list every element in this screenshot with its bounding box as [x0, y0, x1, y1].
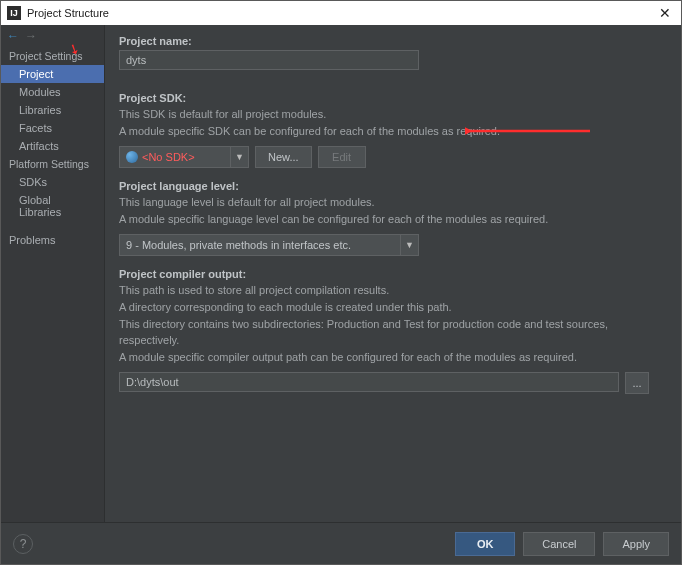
- project-sdk-label: Project SDK:: [119, 92, 667, 104]
- sdk-edit-button[interactable]: Edit: [318, 146, 366, 168]
- output-desc1: This path is used to store all project c…: [119, 283, 667, 298]
- project-structure-dialog: IJ Project Structure ✕ ← → Project Setti…: [0, 0, 682, 565]
- sdk-desc2: A module specific SDK can be configured …: [119, 124, 667, 139]
- app-icon: IJ: [7, 6, 21, 20]
- sidebar-item-libraries[interactable]: Libraries: [1, 101, 104, 119]
- sidebar-item-facets[interactable]: Facets: [1, 119, 104, 137]
- apply-button[interactable]: Apply: [603, 532, 669, 556]
- output-desc2: A directory corresponding to each module…: [119, 300, 667, 315]
- sdk-desc1: This SDK is default for all project modu…: [119, 107, 667, 122]
- sidebar-group-platform-settings: Platform Settings: [1, 155, 104, 173]
- lang-level-combo[interactable]: 9 - Modules, private methods in interfac…: [119, 234, 419, 256]
- project-name-input[interactable]: [119, 50, 419, 70]
- sdk-new-button[interactable]: New...: [255, 146, 312, 168]
- browse-output-button[interactable]: ...: [625, 372, 649, 394]
- sidebar-item-artifacts[interactable]: Artifacts: [1, 137, 104, 155]
- lang-desc2: A module specific language level can be …: [119, 212, 667, 227]
- lang-level-value: 9 - Modules, private methods in interfac…: [126, 239, 351, 251]
- close-icon[interactable]: ✕: [653, 5, 677, 21]
- output-label: Project compiler output:: [119, 268, 667, 280]
- forward-icon[interactable]: →: [25, 30, 37, 42]
- sidebar-item-global-libraries[interactable]: Global Libraries: [1, 191, 104, 221]
- project-sdk-combo[interactable]: <No SDK> ▼: [119, 146, 249, 168]
- output-desc4: A module specific compiler output path c…: [119, 350, 667, 365]
- lang-level-label: Project language level:: [119, 180, 667, 192]
- sdk-selected-value: <No SDK>: [142, 151, 195, 163]
- chevron-down-icon[interactable]: ▼: [230, 147, 248, 167]
- dialog-footer: ? OK Cancel Apply: [1, 522, 681, 564]
- sidebar-item-sdks[interactable]: SDKs: [1, 173, 104, 191]
- content-panel: Project name: Project SDK: This SDK is d…: [105, 25, 681, 522]
- sidebar-item-modules[interactable]: Modules: [1, 83, 104, 101]
- output-desc3: This directory contains two subdirectori…: [119, 317, 667, 348]
- ok-button[interactable]: OK: [455, 532, 515, 556]
- sidebar-toolbar: ← →: [1, 25, 104, 47]
- help-button[interactable]: ?: [13, 534, 33, 554]
- project-name-label: Project name:: [119, 35, 667, 47]
- sidebar-item-project[interactable]: Project: [1, 65, 104, 83]
- sidebar-item-problems[interactable]: Problems: [1, 231, 104, 249]
- lang-desc1: This language level is default for all p…: [119, 195, 667, 210]
- cancel-button[interactable]: Cancel: [523, 532, 595, 556]
- compiler-output-input[interactable]: [119, 372, 619, 392]
- window-title: Project Structure: [27, 7, 109, 19]
- titlebar: IJ Project Structure ✕: [1, 1, 681, 25]
- chevron-down-icon[interactable]: ▼: [400, 235, 418, 255]
- back-icon[interactable]: ←: [7, 30, 19, 42]
- globe-icon: [126, 151, 138, 163]
- sidebar: ← → Project Settings ➘ Project Modules L…: [1, 25, 105, 522]
- sidebar-group-project-settings: Project Settings ➘: [1, 47, 104, 65]
